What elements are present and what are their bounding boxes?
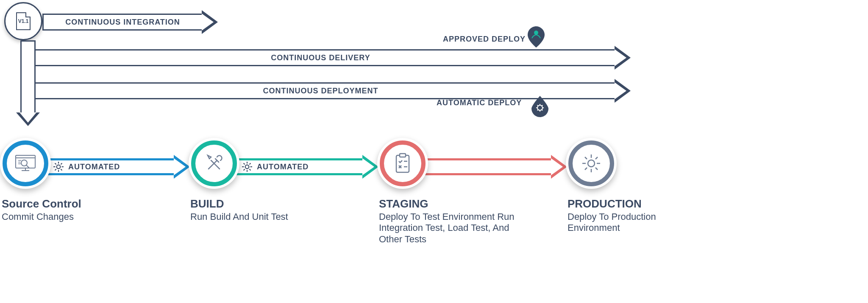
clipboard-check-icon [391,152,414,175]
svg-point-19 [245,165,249,169]
stage-text: Source Control Commit Changes [2,197,112,222]
stage-title: STAGING [379,197,519,210]
svg-rect-38 [400,154,406,157]
stage-desc: Run Build And Unit Test [190,211,300,222]
connector-teal: AUTOMATED [231,155,378,179]
svg-line-46 [585,157,587,159]
connector-red [420,155,567,179]
connector-label: AUTOMATED [257,163,309,171]
svg-line-33 [26,165,29,168]
person-pin-icon [528,26,545,48]
version-label: V1.1 [18,18,29,24]
svg-rect-37 [396,155,409,172]
ci-arrow: CONTINUOUS INTEGRATION [42,10,218,34]
svg-line-16 [61,169,62,170]
connector-blue: AUTOMATED [42,155,190,179]
svg-point-32 [21,160,27,166]
stage-build [189,138,239,189]
svg-rect-28 [16,155,35,168]
automatic-deploy-label: AUTOMATIC DEPLOY [437,98,522,107]
svg-line-47 [595,168,598,170]
stage-desc: Commit Changes [2,211,112,222]
stage-title: PRODUCTION [568,197,686,210]
svg-line-18 [61,163,62,165]
stage-desc: Deploy To Test Environment Run Integrati… [379,211,519,245]
version-badge: V1.1 [4,2,42,40]
stage-title: Source Control [2,197,112,210]
file-icon: V1.1 [16,12,31,30]
down-arrow [16,40,40,126]
svg-line-48 [585,168,587,170]
gear-large-icon [580,152,603,175]
stage-production [566,138,617,189]
ci-label: CONTINUOUS INTEGRATION [65,18,180,27]
svg-line-15 [55,163,56,165]
stage-text: BUILD Run Build And Unit Test [190,197,300,222]
approved-deploy-label: APPROVED DEPLOY [443,35,526,44]
svg-point-0 [534,31,538,35]
svg-line-49 [595,157,598,159]
connector-label: AUTOMATED [68,163,120,171]
tools-icon [203,152,225,175]
svg-line-17 [55,169,56,170]
svg-point-10 [57,165,61,169]
gear-pin-icon [531,96,548,117]
monitor-search-icon [14,152,37,175]
gear-icon [242,161,253,172]
stage-title: BUILD [190,197,300,210]
stage-desc: Deploy To Production Environment [568,211,686,234]
stage-staging [377,138,428,189]
stage-text: PRODUCTION Deploy To Production Environm… [568,197,686,234]
svg-point-41 [588,160,595,167]
svg-line-26 [244,169,245,170]
gear-icon [53,161,64,172]
stage-text: STAGING Deploy To Test Environment Run I… [379,197,519,245]
cd-deployment-label: CONTINUOUS DEPLOYMENT [263,87,378,95]
cd-delivery-label: CONTINUOUS DELIVERY [271,53,370,62]
cd-delivery-arrow: CONTINUOUS DELIVERY [25,46,631,70]
svg-line-27 [249,163,250,165]
svg-line-24 [244,163,245,165]
svg-line-25 [249,169,250,170]
stage-source-control [0,138,51,189]
